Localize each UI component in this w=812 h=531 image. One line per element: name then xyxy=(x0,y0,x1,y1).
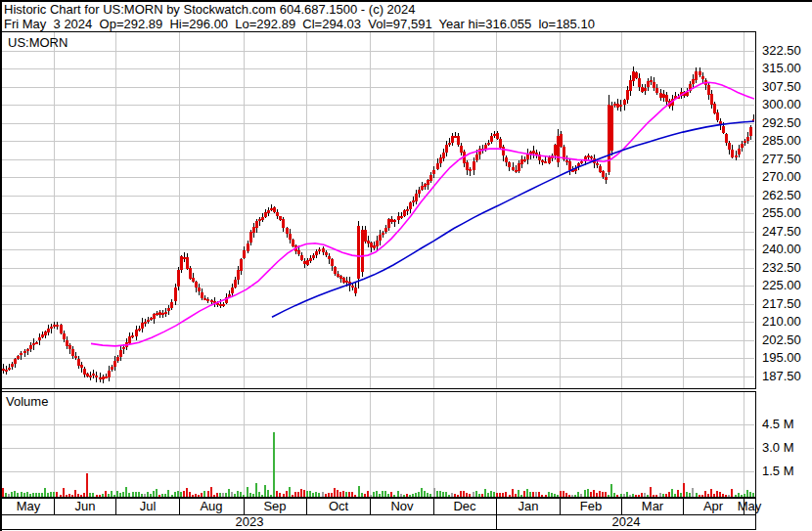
price-tick-label: 232.50 xyxy=(762,261,801,275)
price-tick-label: 202.50 xyxy=(762,333,801,347)
price-tick-label: 300.00 xyxy=(762,98,801,111)
price-tick-label: 225.00 xyxy=(762,279,801,292)
price-tick-label: 315.00 xyxy=(762,62,801,75)
quote-summary-line: Fri May 3 2024 Op=292.89 Hi=296.00 Lo=29… xyxy=(4,17,595,31)
price-tick-label: 195.00 xyxy=(762,351,801,365)
price-tick-label: 322.50 xyxy=(762,44,801,58)
price-tick-label: 262.50 xyxy=(762,189,801,202)
price-tick-label: 240.00 xyxy=(762,243,801,256)
price-tick-label: 255.00 xyxy=(762,206,801,220)
price-tick-label: 292.50 xyxy=(762,116,801,130)
price-tick-label: 277.50 xyxy=(762,153,801,166)
volume-tick-label: 3.0 M xyxy=(762,441,794,455)
price-pane xyxy=(0,31,756,389)
price-tick-label: 270.00 xyxy=(762,170,801,184)
price-tick-label: 247.50 xyxy=(762,225,801,239)
chart-title: Historic Chart for US:MORN by Stockwatch… xyxy=(4,2,416,17)
price-tick-label: 187.50 xyxy=(762,370,801,383)
volume-tick-label: 1.5 M xyxy=(762,465,794,478)
price-tick-label: 307.50 xyxy=(762,80,801,94)
volume-pane xyxy=(0,391,756,498)
year-axis-strip xyxy=(0,514,756,530)
month-axis-strip xyxy=(0,498,756,515)
stock-chart-window: Historic Chart for US:MORN by Stockwatch… xyxy=(0,0,812,531)
price-tick-label: 285.00 xyxy=(762,134,801,148)
price-tick-label: 210.00 xyxy=(762,315,801,329)
price-tick-label: 217.50 xyxy=(762,297,801,311)
volume-tick-label: 4.5 M xyxy=(762,418,794,431)
